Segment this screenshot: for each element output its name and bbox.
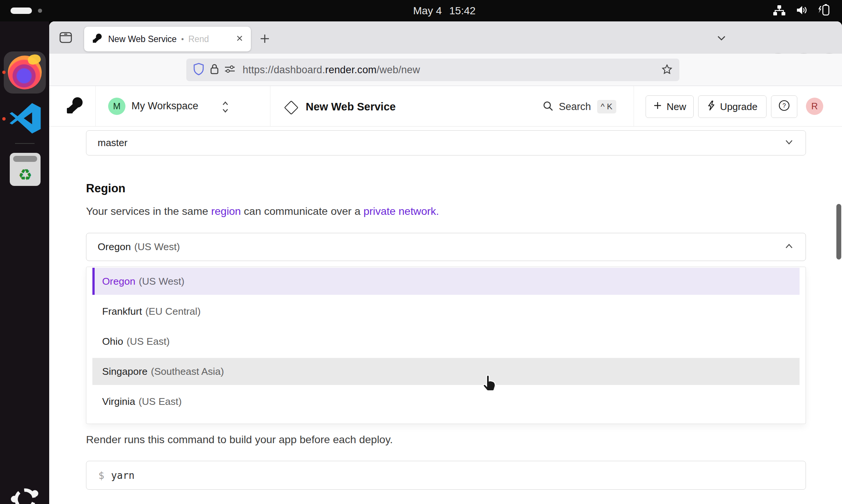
tab-title-separator: • [181, 35, 184, 44]
page-title: New Web Service [306, 101, 396, 113]
option-name: Oregon [102, 276, 135, 287]
option-detail: (Southeast Asia) [151, 366, 224, 377]
build-command-caption: Render runs this command to build your a… [86, 433, 393, 446]
system-top-bar: May 4 15:42 [0, 0, 842, 21]
tab-strip: New Web Service • Rend [49, 21, 842, 54]
header-divider [270, 86, 270, 127]
region-description: Your services in the same region can com… [86, 205, 439, 217]
region-description-text: can communicate over a [241, 205, 363, 217]
upgrade-button[interactable]: Upgrade [698, 95, 767, 118]
new-tab-button[interactable] [259, 33, 270, 46]
ubuntu-dock: ♻ [0, 21, 49, 504]
selected-option-bar [92, 268, 95, 295]
service-diamond-icon [284, 100, 298, 115]
dock-item-firefox[interactable] [4, 51, 46, 94]
dock-item-vscode[interactable] [8, 101, 42, 136]
lightning-bolt-icon [707, 100, 715, 113]
clock-time: 15:42 [449, 5, 475, 17]
search-button[interactable]: Search ^ K [542, 100, 616, 113]
workspace-name[interactable]: My Workspace [131, 100, 198, 112]
tab-title-suffix: Rend [188, 34, 209, 44]
url-text[interactable]: https://dashboard.render.com/web/new [243, 64, 420, 76]
volume-icon [795, 4, 807, 18]
help-button[interactable]: ? [771, 95, 797, 118]
system-clock[interactable]: May 4 15:42 [413, 5, 475, 17]
option-name: Ohio [102, 336, 123, 347]
option-name: Singapore [102, 366, 148, 377]
region-option-virginia[interactable]: Virginia (US East) [92, 388, 800, 415]
search-label: Search [559, 101, 591, 113]
network-icon [773, 4, 786, 18]
region-select-value: Oregon [98, 241, 131, 253]
url-bar[interactable]: https://dashboard.render.com/web/new [186, 59, 679, 81]
help-question-icon: ? [778, 100, 790, 114]
render-favicon [92, 33, 102, 45]
new-button-label: New [667, 101, 686, 113]
url-prefix: https://dashboard. [243, 64, 325, 75]
option-detail: (US East) [127, 336, 170, 347]
region-select[interactable]: Oregon (US West) [86, 233, 806, 261]
header-divider [634, 86, 634, 127]
mouse-cursor-pointer [481, 374, 498, 395]
tracking-shield-icon[interactable] [193, 63, 204, 77]
new-button[interactable]: New [646, 95, 694, 118]
tab-title: New Web Service [108, 34, 177, 44]
header-divider [95, 86, 96, 127]
chevron-down-icon [784, 137, 794, 149]
region-select-value-detail: (US West) [134, 241, 180, 253]
option-name: Virginia [102, 396, 135, 407]
browser-tab[interactable]: New Web Service • Rend [84, 27, 251, 51]
option-detail: (EU Central) [145, 306, 201, 317]
chevron-up-icon [784, 241, 794, 253]
search-icon [542, 100, 554, 113]
activities-pill[interactable] [11, 8, 32, 14]
option-name: Frankfurt [102, 306, 142, 317]
region-option-oregon[interactable]: Oregon (US West) [92, 268, 800, 295]
clock-date: May 4 [413, 5, 442, 17]
running-indicator-firefox [2, 71, 6, 74]
list-tabs-chevron-icon[interactable] [716, 35, 727, 44]
workspace-dot [38, 9, 42, 13]
system-tray[interactable] [773, 5, 831, 17]
render-logo[interactable] [66, 97, 83, 116]
recycle-icon: ♻ [18, 167, 32, 183]
branch-select[interactable]: master [86, 130, 806, 155]
private-network-link[interactable]: private network. [364, 205, 439, 217]
url-path: /web/new [377, 64, 420, 75]
dock-separator [15, 143, 35, 144]
option-detail: (US West) [139, 276, 184, 287]
command-value: yarn [111, 470, 135, 481]
lock-icon[interactable] [210, 63, 219, 77]
firefox-view-button[interactable] [57, 30, 74, 45]
search-shortcut-badge: ^ K [597, 100, 616, 113]
bookmark-star-icon[interactable] [661, 64, 673, 77]
dock-item-ubuntu-apps[interactable] [8, 482, 42, 504]
battery-icon [817, 4, 831, 18]
region-link[interactable]: region [211, 205, 241, 217]
running-indicator-vscode [2, 117, 6, 121]
url-host: render.com [325, 64, 377, 75]
branch-select-value: master [98, 137, 127, 149]
navigation-toolbar: https://dashboard.render.com/web/new [49, 54, 842, 86]
region-option-ohio[interactable]: Ohio (US East) [92, 328, 800, 355]
region-option-singapore[interactable]: Singapore (Southeast Asia) [92, 358, 800, 385]
tab-close-icon[interactable] [235, 34, 244, 44]
build-command-input[interactable]: $ yarn [86, 461, 806, 490]
render-app-header: M My Workspace New Web Service Search ^ … [49, 86, 842, 127]
permissions-icon[interactable] [224, 63, 236, 76]
region-option-frankfurt[interactable]: Frankfurt (EU Central) [92, 298, 800, 325]
region-heading: Region [86, 182, 125, 195]
region-description-text: Your services in the same [86, 205, 211, 217]
workspace-switcher-chevrons-icon[interactable] [221, 100, 230, 115]
svg-text:?: ? [783, 103, 786, 109]
page-scrollbar-thumb[interactable] [836, 204, 841, 260]
option-detail: (US East) [139, 396, 182, 407]
dock-item-trash[interactable]: ♻ [10, 153, 41, 186]
command-prompt: $ [98, 470, 104, 481]
user-avatar[interactable]: R [806, 98, 823, 115]
plus-icon [653, 101, 662, 113]
trash-lid [13, 156, 37, 162]
workspace-avatar[interactable]: M [108, 98, 125, 115]
upgrade-button-label: Upgrade [720, 101, 757, 113]
